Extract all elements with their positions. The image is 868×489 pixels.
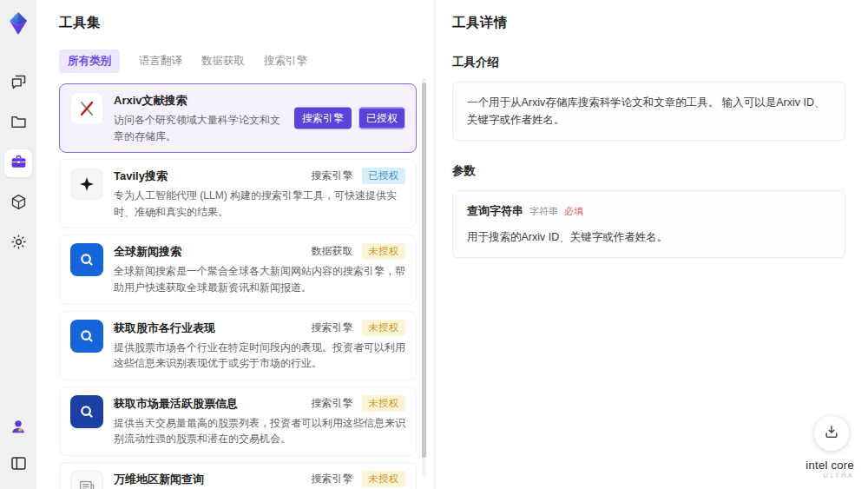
category-label: 搜索引擎 xyxy=(312,169,353,183)
page-title: 工具集 xyxy=(59,14,434,32)
icon-rail xyxy=(0,0,36,489)
sidebar-item-settings[interactable] xyxy=(4,229,32,257)
briefcase-icon xyxy=(10,153,28,175)
newspaper-icon xyxy=(70,471,103,489)
avatar-icon xyxy=(9,417,28,439)
sidebar-item-tools[interactable] xyxy=(4,149,32,177)
tool-body: Tavily搜索 搜索引擎 已授权 专为人工智能代理 (LLM) 构建的搜索引擎… xyxy=(114,168,405,220)
category-label: 搜索引擎 xyxy=(312,472,353,486)
sidebar-item-files[interactable] xyxy=(4,109,32,137)
tool-body: 获取市场最活跃股票信息 搜索引擎 未授权 提供当天交易量最高的股票列表，投资者可… xyxy=(114,395,405,447)
tool-body: 获取股市各行业表现 搜索引擎 未授权 提供股票市场各个行业在特定时间段内的表现。… xyxy=(114,320,405,372)
tool-row-global-news[interactable]: 全球新闻搜索 数据获取 未授权 全球新闻搜索是一个聚合全球各大新闻网站内容的搜索… xyxy=(59,235,417,304)
list-scrollbar[interactable] xyxy=(422,78,426,478)
tool-row-tavily[interactable]: Tavily搜索 搜索引擎 已授权 专为人工智能代理 (LLM) 构建的搜索引擎… xyxy=(59,159,417,228)
download-button[interactable] xyxy=(814,416,849,451)
tool-list: Arxiv文献搜索 访问各个研究领域大量科学论文和文章的存储库。 搜索引擎 已授… xyxy=(59,83,417,489)
tool-description: 专为人工智能代理 (LLM) 构建的搜索引擎工具，可快速提供实时、准确和真实的结… xyxy=(114,188,405,220)
tool-row-sector-performance[interactable]: 获取股市各行业表现 搜索引擎 未授权 提供股票市场各个行业在特定时间段内的表现。… xyxy=(59,311,417,380)
intel-core-badge: intel core ULTRA xyxy=(806,459,854,480)
folder-icon xyxy=(10,113,28,135)
param-name: 查询字符串 xyxy=(467,202,523,221)
param-box: 查询字符串 字符串 必填 用于搜索的Arxiv ID、关键字或作者姓名。 xyxy=(452,190,845,258)
tab-all-categories[interactable]: 所有类别 xyxy=(59,50,120,73)
tool-row-regional-news[interactable]: 万维地区新闻查询 搜索引擎 未授权 查询具体行政区划内的新闻，快速了解各地新闻动… xyxy=(59,462,417,489)
tool-name: 万维地区新闻查询 xyxy=(114,471,204,487)
category-badge: 搜索引擎 xyxy=(294,108,352,129)
intro-heading: 工具介绍 xyxy=(452,55,845,70)
status-badge: 已授权 xyxy=(358,108,405,129)
param-type: 字符串 xyxy=(529,204,558,220)
rail-bottom xyxy=(4,414,32,479)
param-required-flag: 必填 xyxy=(564,204,583,220)
rail-nav xyxy=(4,69,32,257)
category-label: 搜索引擎 xyxy=(312,396,353,411)
tool-list-panel: 工具集 所有类别 语言翻译 数据获取 搜索引擎 Arxiv文献搜索 xyxy=(36,0,434,489)
tab-data-fetch[interactable]: 数据获取 xyxy=(201,50,245,73)
tool-body: 万维地区新闻查询 搜索引擎 未授权 查询具体行政区划内的新闻，快速了解各地新闻动… xyxy=(114,471,405,489)
status-badge: 未授权 xyxy=(362,471,406,487)
download-tray-icon xyxy=(823,423,840,444)
arxiv-logo-icon xyxy=(70,92,103,125)
intel-core-logo: intel core xyxy=(806,459,854,472)
tool-description: 全球新闻搜索是一个聚合全球各大新闻网站内容的搜索引擎，帮助用户快速获取全球最新资… xyxy=(114,263,405,295)
tool-name: Tavily搜索 xyxy=(114,168,168,184)
chat-icon xyxy=(10,73,28,95)
tool-description: 提供股票市场各个行业在特定时间段内的表现。投资者可以利用这些信息来识别表现优于或… xyxy=(114,340,405,372)
tool-name: 获取股市各行业表现 xyxy=(114,320,215,336)
tool-description: 提供当天交易量最高的股票列表，投资者可以利用这些信息来识别流动性强的股票和潜在的… xyxy=(114,415,405,447)
intro-box: 一个用于从Arxiv存储库搜索科学论文和文章的工具。 输入可以是Arxiv ID… xyxy=(452,82,845,141)
category-label: 搜索引擎 xyxy=(312,320,353,335)
tool-tags: 搜索引擎 未授权 xyxy=(312,320,406,336)
tool-name: Arxiv文献搜索 xyxy=(114,92,187,109)
tavily-star-icon xyxy=(70,168,103,201)
app-window: 工具集 所有类别 语言翻译 数据获取 搜索引擎 Arxiv文献搜索 xyxy=(0,0,868,489)
blue-search-icon xyxy=(70,243,103,276)
tool-name: 获取市场最活跃股票信息 xyxy=(114,395,238,412)
tool-tags: 搜索引擎 已授权 xyxy=(312,168,406,184)
intro-text: 一个用于从Arxiv存储库搜索科学论文和文章的工具。 输入可以是Arxiv ID… xyxy=(467,96,825,126)
tool-tags: 数据获取 未授权 xyxy=(312,243,406,260)
status-badge: 未授权 xyxy=(362,320,406,336)
tool-name: 全球新闻搜索 xyxy=(114,243,181,260)
status-badge: 未授权 xyxy=(362,395,406,412)
tool-tags: 搜索引擎 已授权 xyxy=(294,108,405,129)
tool-description: 访问各个研究领域大量科学论文和文章的存储库。 xyxy=(114,112,284,144)
tab-language-translation[interactable]: 语言翻译 xyxy=(139,50,182,73)
navy-search-icon xyxy=(70,395,103,428)
user-profile-button[interactable] xyxy=(4,414,32,442)
tool-body: 全球新闻搜索 数据获取 未授权 全球新闻搜索是一个聚合全球各大新闻网站内容的搜索… xyxy=(114,243,405,295)
tool-tags: 搜索引擎 未授权 xyxy=(312,395,406,412)
tool-row-arxiv[interactable]: Arxiv文献搜索 访问各个研究领域大量科学论文和文章的存储库。 搜索引擎 已授… xyxy=(59,83,417,153)
app-logo-gem-icon[interactable] xyxy=(5,10,31,36)
collapse-panel-button[interactable] xyxy=(4,451,32,479)
detail-title: 工具详情 xyxy=(452,14,845,32)
tool-row-active-stocks[interactable]: 获取市场最活跃股票信息 搜索引擎 未授权 提供当天交易量最高的股票列表，投资者可… xyxy=(59,387,417,456)
sidebar-item-packages[interactable] xyxy=(4,189,32,217)
status-badge: 已授权 xyxy=(362,168,406,184)
status-badge: 未授权 xyxy=(362,243,406,260)
scrollbar-thumb[interactable] xyxy=(422,83,426,458)
blue-search-icon xyxy=(70,320,103,353)
intel-ultra-label: ULTRA xyxy=(806,472,854,480)
sidebar-item-chat[interactable] xyxy=(4,69,32,97)
param-description: 用于搜索的Arxiv ID、关键字或作者姓名。 xyxy=(467,228,831,246)
tool-tags: 搜索引擎 未授权 xyxy=(312,471,406,487)
panel-toggle-icon xyxy=(10,454,28,476)
params-heading: 参数 xyxy=(452,163,845,179)
tab-search-engine[interactable]: 搜索引擎 xyxy=(264,50,307,73)
cube-icon xyxy=(10,193,28,215)
tool-detail-panel: 工具详情 工具介绍 一个用于从Arxiv存储库搜索科学论文和文章的工具。 输入可… xyxy=(434,0,868,489)
category-label: 数据获取 xyxy=(312,244,353,259)
gear-icon xyxy=(10,233,28,254)
category-tabs: 所有类别 语言翻译 数据获取 搜索引擎 xyxy=(59,50,434,73)
